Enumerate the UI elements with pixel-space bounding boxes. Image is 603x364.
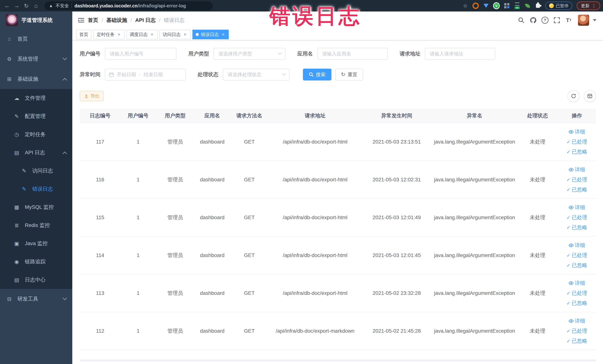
sidebar-item-label: 首页 xyxy=(17,35,28,42)
extension-puzzle-icon[interactable] xyxy=(534,2,541,9)
close-tab-icon[interactable]: × xyxy=(183,32,187,37)
tab-调度日志[interactable]: 调度日志× xyxy=(127,30,158,39)
refresh-table-button[interactable] xyxy=(568,90,580,102)
extension-orange-ring-icon[interactable] xyxy=(472,2,479,9)
sidebar-item-config[interactable]: ✎配置管理 xyxy=(0,107,72,125)
app-logo-row[interactable]: 芋道管理系统 xyxy=(0,12,72,29)
extension-green-v-icon[interactable]: V xyxy=(493,2,500,9)
detail-link[interactable]: 详细 xyxy=(568,242,585,249)
sidebar-item-file[interactable]: ☁文件管理 xyxy=(0,89,72,107)
detail-link[interactable]: 详细 xyxy=(568,128,585,135)
exception-time-daterange[interactable]: 开始日期-结束日期 xyxy=(105,69,186,81)
tab-定时任务[interactable]: 定时任务× xyxy=(93,30,125,39)
user-menu-caret-icon[interactable] xyxy=(593,19,596,21)
gear-icon: ⚙ xyxy=(6,56,12,62)
close-tab-icon[interactable]: × xyxy=(117,32,121,37)
sidebar-item-infra[interactable]: ⊞基础设施 xyxy=(0,69,72,89)
export-button[interactable]: 导出 xyxy=(80,91,104,101)
request-url-input[interactable] xyxy=(425,48,495,59)
address-bar[interactable]: ▲ 不安全 dashboard.yudao.iocoder.cn/infra/l… xyxy=(45,1,213,10)
user-type-select[interactable]: 请选择用户类型 xyxy=(214,48,285,60)
extension-blue-shield-icon[interactable] xyxy=(483,2,489,9)
sidebar-item-access-log[interactable]: ✎访问日志 xyxy=(0,162,72,180)
app-name-input[interactable] xyxy=(318,48,387,59)
user-id-input-wrap xyxy=(105,48,176,60)
column-settings-button[interactable] xyxy=(584,90,596,102)
tab-访问日志[interactable]: 访问日志× xyxy=(159,30,191,39)
close-tab-icon[interactable]: × xyxy=(150,32,154,37)
mark-processed-link[interactable]: ✓已处理 xyxy=(567,290,587,297)
request-url-input-wrap xyxy=(425,48,495,60)
help-icon[interactable]: ? xyxy=(540,15,550,25)
cell-status: 未处理 xyxy=(517,176,558,183)
mark-ignored-link[interactable]: ✓已忽略 xyxy=(567,300,587,307)
extension-leaf-icon[interactable] xyxy=(524,2,531,9)
search-icon[interactable] xyxy=(516,15,526,25)
detail-link[interactable]: 详细 xyxy=(568,280,585,287)
browser-home-icon[interactable]: ⌂ xyxy=(32,2,40,10)
collapse-sidebar-icon[interactable] xyxy=(78,16,85,24)
mark-ignored-link-label: 已忽略 xyxy=(572,186,587,193)
mark-ignored-link[interactable]: ✓已忽略 xyxy=(567,148,587,155)
tab-首页[interactable]: 首页 xyxy=(76,30,92,39)
browser-reload-icon[interactable]: ↻ xyxy=(22,2,30,10)
search-button[interactable]: 搜索 xyxy=(303,69,331,81)
sidebar-item-log-center[interactable]: ▤日志中心 xyxy=(0,271,72,289)
calendar-icon xyxy=(109,72,114,77)
sidebar: 芋道管理系统 ⌂首页⚙系统管理⊞基础设施☁文件管理✎配置管理◷定时任务▤API … xyxy=(0,12,72,364)
mark-processed-link[interactable]: ✓已处理 xyxy=(567,138,587,145)
sidebar-item-error-log[interactable]: ✎错误日志 xyxy=(0,180,72,198)
mark-processed-link-label: 已处理 xyxy=(572,138,587,145)
sidebar-item-mysql[interactable]: ▦MySQL 监控 xyxy=(0,198,72,216)
cell-time: 2021-05-02 23:32:28 xyxy=(361,290,432,296)
close-tab-icon[interactable]: × xyxy=(221,32,225,37)
sidebar-item-home[interactable]: ⌂首页 xyxy=(0,29,72,49)
screen: ← → ↻ ⌂ ▲ 不安全 dashboard.yudao.iocoder.cn… xyxy=(0,0,603,364)
github-icon[interactable] xyxy=(528,15,538,25)
table-row: 1131管理员dashboardGET/api/infra/db-doc/exp… xyxy=(80,274,596,312)
bookmark-star-icon[interactable]: ☆ xyxy=(462,2,469,9)
browser-forward-icon[interactable]: → xyxy=(13,2,21,10)
sidebar-item-api-log[interactable]: ▤API 日志 xyxy=(0,143,72,162)
cell-app: dashboard xyxy=(195,214,230,221)
extension-grid-icon[interactable] xyxy=(503,2,510,9)
browser-back-icon[interactable]: ← xyxy=(3,2,11,10)
detail-link[interactable]: 详细 xyxy=(568,204,585,211)
breadcrumb-separator: / xyxy=(130,17,132,23)
detail-link[interactable]: 详细 xyxy=(568,317,585,325)
sidebar-item-trace[interactable]: ◉链路追踪 xyxy=(0,253,72,271)
java-icon: ▣ xyxy=(14,240,20,247)
tab-错误日志[interactable]: 错误日志× xyxy=(192,30,229,39)
mark-ignored-link[interactable]: ✓已忽略 xyxy=(567,224,587,231)
mark-processed-link[interactable]: ✓已处理 xyxy=(567,214,587,221)
mark-ignored-link[interactable]: ✓已忽略 xyxy=(567,338,587,344)
reset-button[interactable]: ↻重置 xyxy=(335,69,363,81)
sidebar-item-system[interactable]: ⚙系统管理 xyxy=(0,49,72,69)
user-id-input[interactable] xyxy=(105,48,176,59)
sidebar-item-job[interactable]: ◷定时任务 xyxy=(0,125,72,143)
breadcrumb-item[interactable]: API 日志 xyxy=(135,17,156,24)
mark-processed-link[interactable]: ✓已处理 xyxy=(567,176,587,183)
mark-ignored-link[interactable]: ✓已忽略 xyxy=(567,186,587,193)
sidebar-item-label: 链路追踪 xyxy=(25,258,46,265)
mark-ignored-link[interactable]: ✓已忽略 xyxy=(567,262,587,269)
detail-link[interactable]: 详细 xyxy=(568,166,585,173)
user-avatar[interactable] xyxy=(578,15,589,26)
sidebar-item-redis[interactable]: ≣Redis 监控 xyxy=(0,216,72,234)
profile-paused-badge[interactable]: 已暂停 xyxy=(545,2,572,10)
font-size-icon[interactable]: TT xyxy=(564,15,574,25)
search-button-label: 搜索 xyxy=(316,71,325,78)
mark-processed-link-label: 已处理 xyxy=(572,176,587,183)
mark-processed-link[interactable]: ✓已处理 xyxy=(567,252,587,259)
breadcrumb-item[interactable]: 基础设施 xyxy=(106,17,127,24)
breadcrumb-item[interactable]: 首页 xyxy=(88,17,98,24)
home-icon: ⌂ xyxy=(6,36,12,42)
process-status-select[interactable]: 请选择处理状态 xyxy=(223,69,290,81)
sidebar-item-dev-tools[interactable]: ⊟研发工具 xyxy=(0,289,72,309)
sidebar-item-label: 错误日志 xyxy=(32,186,53,192)
extension-on-badge-icon[interactable]: on xyxy=(514,2,521,9)
mark-processed-link[interactable]: ✓已处理 xyxy=(567,328,587,335)
browser-update-button[interactable]: 更新 ⋮ xyxy=(577,1,600,10)
fullscreen-icon[interactable] xyxy=(552,15,562,25)
sidebar-item-java[interactable]: ▣Java 监控 xyxy=(0,234,72,253)
